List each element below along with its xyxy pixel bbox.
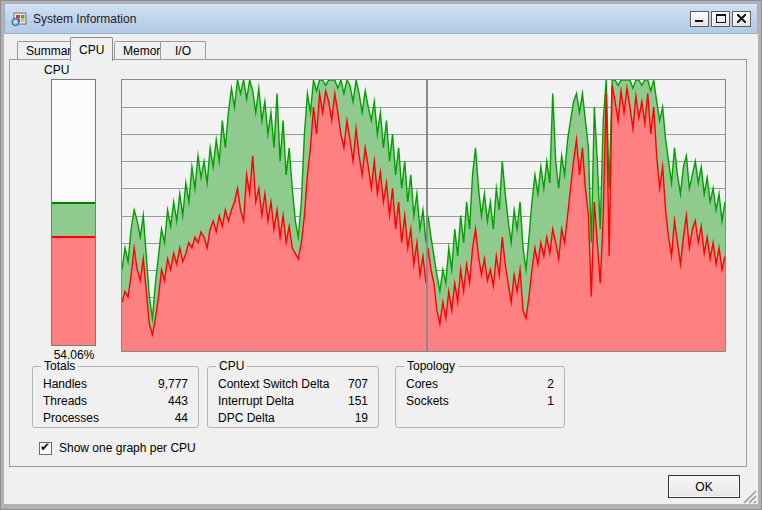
totals-row-threads: Threads 443 bbox=[43, 394, 188, 409]
cpu-group-title: CPU bbox=[216, 359, 247, 373]
totals-row-handles: Handles 9,777 bbox=[43, 377, 188, 392]
tab-io[interactable]: I/O bbox=[160, 41, 206, 60]
dpc-delta-label: DPC Delta bbox=[218, 411, 275, 426]
cpu-gauge-label: CPU bbox=[44, 63, 69, 77]
cpu1-history-graph bbox=[427, 79, 726, 352]
context-switch-delta-label: Context Switch Delta bbox=[218, 377, 329, 392]
ok-button[interactable]: OK bbox=[668, 475, 740, 498]
maximize-icon bbox=[716, 14, 726, 23]
topology-groupbox: Topology Cores 2 Sockets 1 bbox=[395, 366, 565, 428]
close-button[interactable] bbox=[732, 11, 751, 27]
interrupt-delta-label: Interrupt Delta bbox=[218, 394, 294, 409]
processes-label: Processes bbox=[43, 411, 99, 426]
ok-button-label: OK bbox=[695, 480, 712, 494]
topology-row-cores: Cores 2 bbox=[406, 377, 554, 392]
sockets-label: Sockets bbox=[406, 394, 449, 409]
show-one-graph-per-cpu-checkbox[interactable]: Show one graph per CPU bbox=[39, 441, 196, 455]
totals-row-processes: Processes 44 bbox=[43, 411, 188, 426]
topology-row-sockets: Sockets 1 bbox=[406, 394, 554, 409]
tab-cpu-label: CPU bbox=[79, 43, 104, 57]
cpu-row-interrupt: Interrupt Delta 151 bbox=[218, 394, 368, 409]
cores-label: Cores bbox=[406, 377, 438, 392]
handles-label: Handles bbox=[43, 377, 87, 392]
totals-group-title: Totals bbox=[41, 359, 78, 373]
cpu-row-context-switch: Context Switch Delta 707 bbox=[218, 377, 368, 392]
totals-groupbox: Totals Handles 9,777 Threads 443 Process… bbox=[32, 366, 199, 428]
sockets-value: 1 bbox=[547, 394, 554, 409]
dialog-client-area: Summary CPU Memory I/O CPU 54.06% Totals… bbox=[4, 34, 758, 504]
processes-value: 44 bbox=[175, 411, 188, 426]
tab-cpu[interactable]: CPU bbox=[70, 37, 113, 61]
threads-label: Threads bbox=[43, 394, 87, 409]
checkbox-label: Show one graph per CPU bbox=[59, 441, 196, 455]
cores-value: 2 bbox=[547, 377, 554, 392]
threads-value: 443 bbox=[168, 394, 188, 409]
interrupt-delta-value: 151 bbox=[348, 394, 368, 409]
gauge-kernel-segment bbox=[52, 236, 95, 345]
maximize-button[interactable] bbox=[711, 11, 730, 27]
tab-io-label: I/O bbox=[175, 44, 191, 58]
close-icon bbox=[737, 14, 746, 23]
minimize-button[interactable] bbox=[690, 11, 709, 27]
window-title: System Information bbox=[33, 12, 690, 26]
system-information-window: System Information Summary CPU Memory I/… bbox=[0, 0, 762, 510]
cpu-tab-page: CPU 54.06% Totals Handles 9,777 Threads … bbox=[9, 59, 747, 467]
minimize-icon bbox=[695, 14, 704, 23]
topology-group-title: Topology bbox=[404, 359, 458, 373]
resize-grip[interactable] bbox=[743, 490, 757, 504]
handles-value: 9,777 bbox=[158, 377, 188, 392]
checkbox-box[interactable] bbox=[39, 442, 52, 455]
context-switch-delta-value: 707 bbox=[348, 377, 368, 392]
cpu0-history-graph bbox=[121, 79, 427, 352]
title-bar[interactable]: System Information bbox=[4, 3, 758, 34]
system-info-icon bbox=[11, 11, 27, 27]
dpc-delta-value: 19 bbox=[355, 411, 368, 426]
cpu-groupbox: CPU Context Switch Delta 707 Interrupt D… bbox=[207, 366, 379, 428]
cpu-row-dpc: DPC Delta 19 bbox=[218, 411, 368, 426]
cpu-usage-gauge bbox=[51, 79, 96, 346]
